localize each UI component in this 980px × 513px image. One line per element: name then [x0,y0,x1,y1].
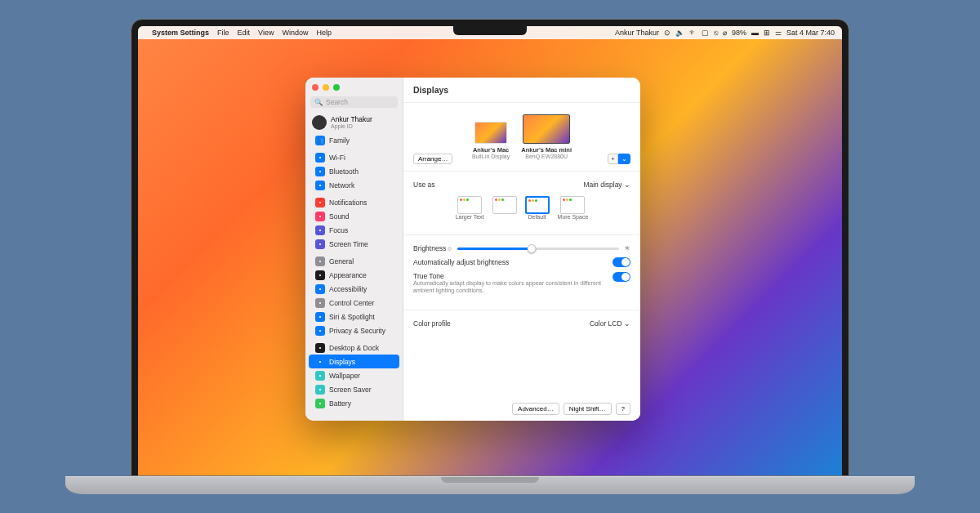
resolution-option-2[interactable] [492,196,517,220]
display-sub: Built-in Display [472,154,510,159]
sidebar-item-screen-saver[interactable]: •Screen Saver [309,382,399,396]
sidebar-item-wi-fi[interactable]: •Wi-Fi [309,150,399,164]
auto-brightness-toggle[interactable] [612,257,630,267]
stage-manager-icon[interactable]: ⊞ [764,29,770,37]
sidebar-icon: • [315,256,325,266]
sidebar-item-privacy-security[interactable]: •Privacy & Security [309,323,399,337]
minimize-button[interactable] [323,84,329,91]
arrange-button[interactable]: Arrange… [413,154,452,164]
search-placeholder: Search [326,98,348,106]
settings-main: Displays Arrange… Ankur's Mac Built-in D… [403,78,640,421]
sidebar-icon: • [315,181,325,190]
color-profile-select[interactable]: Color LCD ⌄ [590,319,630,328]
sidebar-item-label: Privacy & Security [329,327,385,335]
laptop-base [65,476,915,494]
sidebar-item-accessibility[interactable]: •Accessibility [309,282,399,296]
screen-mirror-icon[interactable]: ▢ [702,29,709,37]
sidebar-item-label: Screen Saver [329,386,372,394]
display-thumbnail-external [523,114,570,144]
resolution-default[interactable]: Default [525,196,550,220]
app-name[interactable]: System Settings [152,29,209,37]
menu-file[interactable]: File [217,29,229,37]
sidebar-item-label: General [329,257,354,265]
sidebar-item-label: Screen Time [329,240,368,248]
menu-view[interactable]: View [258,29,274,37]
screen-record-icon[interactable]: ⊙ [664,29,670,37]
system-settings-window: 🔍 Search Ankur Thakur Apple ID 👥 Family [305,78,640,421]
sidebar-icon: • [315,225,325,235]
help-button[interactable]: ? [616,403,630,415]
sidebar-item-focus[interactable]: •Focus [309,223,399,237]
sidebar-icon: • [315,198,325,207]
sidebar-icon: • [315,167,325,176]
displays-arrangement: Arrange… Ankur's Mac Built-in Display An… [403,103,640,164]
sidebar-item-general[interactable]: •General [309,254,399,268]
sidebar-icon: • [315,284,325,294]
battery-percent[interactable]: 98% [732,29,746,37]
plus-icon: + [608,154,618,164]
display-external[interactable]: Ankur's Mac mini BenQ EW2880U [521,114,572,159]
display-name: Ankur's Mac [473,146,509,154]
add-display-button[interactable]: + ⌄ [608,154,630,164]
sidebar-item-control-center[interactable]: •Control Center [309,296,399,310]
brightness-slider[interactable] [457,248,619,250]
sidebar-item-label: Bluetooth [329,167,359,176]
resolution-options: Larger Text Default More Space [413,191,630,221]
volume-icon[interactable]: 🔈 [675,29,684,37]
profile-sub: Apple ID [331,123,372,129]
menubar-user[interactable]: Ankur Thakur [615,29,659,37]
sidebar-item-appearance[interactable]: •Appearance [309,268,399,282]
sidebar-item-displays[interactable]: •Displays [309,355,399,368]
sidebar-item-desktop-dock[interactable]: •Desktop & Dock [309,341,399,355]
truetone-toggle[interactable] [612,272,630,282]
sidebar-profile[interactable]: Ankur Thakur Apple ID [305,112,403,133]
sidebar-item-label: Control Center [329,299,374,307]
sidebar-icon: • [315,371,325,381]
sidebar-item-screen-time[interactable]: •Screen Time [309,237,399,251]
brightness-label: Brightness [413,244,446,252]
sidebar-icon: • [315,343,325,353]
wifi-icon[interactable]: ᯤ [689,29,697,37]
avatar [312,115,327,130]
sidebar-icon: • [315,270,325,280]
sidebar-item-bluetooth[interactable]: •Bluetooth [309,164,399,178]
search-input[interactable]: 🔍 Search [310,96,398,108]
battery-icon[interactable]: ▬ [751,29,759,37]
advanced-button[interactable]: Advanced… [512,403,559,415]
search-icon: 🔍 [314,98,323,106]
menu-window[interactable]: Window [282,29,308,37]
night-shift-button[interactable]: Night Shift… [564,403,612,415]
menu-edit[interactable]: Edit [238,29,251,37]
sidebar-item-wallpaper[interactable]: •Wallpaper [309,368,399,382]
resolution-larger-text[interactable]: Larger Text [456,196,484,220]
sidebar-item-network[interactable]: •Network [309,178,399,192]
brightness-high-icon: ☀ [624,244,630,252]
sidebar-item-notifications[interactable]: •Notifications [309,195,399,209]
resolution-more-space[interactable]: More Space [558,196,589,220]
control-center-icon[interactable]: ⚌ [775,29,782,37]
sidebar-item-battery[interactable]: •Battery [309,396,399,410]
sidebar-icon: • [315,326,325,336]
sidebar-icon: • [315,357,325,367]
menubar-datetime[interactable]: Sat 4 Mar 7:40 [786,29,835,37]
desktop-screen: System Settings File Edit View Window He… [138,26,842,475]
sidebar-item-label: Sound [329,212,350,221]
sidebar-item-label: Wallpaper [329,372,360,380]
sidebar-item-label: Desktop & Dock [329,344,379,352]
use-as-select[interactable]: Main display ⌄ [583,181,630,189]
sidebar-item-family[interactable]: 👥 Family [309,133,399,147]
zoom-button[interactable] [333,84,340,91]
close-button[interactable] [312,84,318,91]
display-builtin[interactable]: Ankur's Mac Built-in Display [472,122,510,159]
menu-help[interactable]: Help [316,29,332,37]
sidebar-item-label: Appearance [329,271,367,279]
sidebar-item-sound[interactable]: •Sound [309,209,399,223]
settings-sidebar: 🔍 Search Ankur Thakur Apple ID 👥 Family [305,78,403,421]
family-icon: 👥 [315,136,325,145]
shortcuts-icon[interactable]: ⌀ [723,29,727,37]
sidebar-item-label: Notifications [329,199,367,207]
display-sub: BenQ EW2880U [525,154,568,159]
sidebar-icon: • [315,399,325,408]
bluetooth-icon[interactable]: ⎋ [714,29,718,37]
sidebar-item-siri-spotlight[interactable]: •Siri & Spotlight [309,310,399,323]
